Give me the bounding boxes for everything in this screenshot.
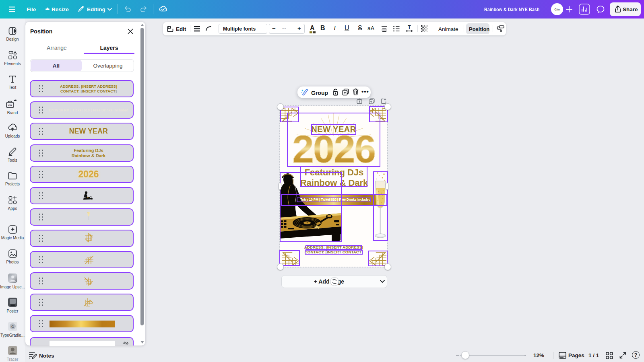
svg-text:G: G (11, 325, 14, 329)
svg-text:T: T (408, 25, 411, 30)
svg-text:co: co (8, 103, 12, 107)
